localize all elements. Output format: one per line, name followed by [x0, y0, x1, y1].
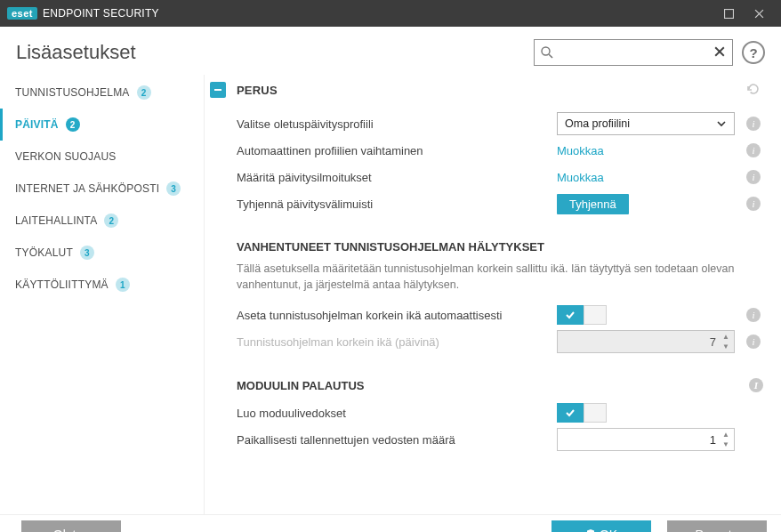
edit-notifications-link[interactable]: Muokkaa: [557, 171, 604, 184]
arrow-down-icon: ▼: [720, 342, 732, 351]
undo-icon: [745, 82, 760, 96]
footer: Oletus OK Peruuta: [0, 514, 781, 532]
subsection-label: MODUULIN PALAUTUS: [237, 379, 364, 392]
question-icon: ?: [749, 45, 757, 60]
sidebar-badge: 1: [116, 278, 130, 292]
sidebar-item-tools[interactable]: TYÖKALUT 3: [0, 237, 204, 269]
sidebar-badge: 2: [104, 214, 118, 228]
page-title: Lisäasetukset: [16, 41, 136, 64]
search-field[interactable]: [534, 39, 733, 66]
section-title: PERUS: [237, 84, 278, 97]
clear-cache-button[interactable]: Tyhjennä: [557, 194, 629, 214]
number-value: 1: [710, 433, 716, 447]
row-label: Tyhjennä päivitysvälimuisti: [237, 197, 557, 211]
arrow-up-icon: ▲: [720, 332, 732, 342]
search-clear-button[interactable]: [713, 45, 727, 60]
default-profile-select[interactable]: Oma profiilini: [557, 112, 735, 135]
row-label: Automaattinen profiilien vaihtaminen: [237, 144, 557, 157]
max-age-input: 7 ▲ ▼: [557, 330, 735, 353]
sidebar-badge: 3: [166, 181, 181, 196]
row-clear-cache: Tyhjennä päivitysvälimuisti Tyhjennä i: [237, 190, 763, 217]
edit-auto-switch-link[interactable]: Muokkaa: [557, 144, 604, 157]
row-update-notifications: Määritä päivitysilmoitukset Muokkaa i: [237, 164, 763, 190]
select-value: Oma profiilini: [565, 117, 630, 130]
ok-button[interactable]: OK: [552, 520, 651, 533]
ok-button-label: OK: [600, 528, 617, 533]
defaults-button[interactable]: Oletus: [21, 520, 121, 533]
sidebar-item-label: TUNNISTUSOHJELMA: [15, 86, 130, 99]
subsection-description: Tällä asetuksella määritetään tunnistuso…: [237, 261, 735, 293]
stepper[interactable]: ▲ ▼: [720, 430, 732, 449]
create-snapshots-toggle[interactable]: [557, 403, 607, 423]
local-snapshot-count-input[interactable]: 1 ▲ ▼: [557, 428, 735, 451]
sidebar-item-label: TYÖKALUT: [15, 246, 73, 259]
brand-badge: eset: [7, 7, 37, 20]
subsection-alerts-title: VANHENTUNEET TUNNISTUSOHJELMAN HÄLYTYKSE…: [237, 240, 763, 254]
row-label: Paikallisesti tallennettujen vedosten mä…: [237, 433, 557, 447]
reset-section-button[interactable]: [745, 82, 760, 99]
sidebar-item-label: KÄYTTÖLIITTYMÄ: [15, 278, 109, 291]
info-icon[interactable]: i: [749, 378, 763, 392]
search-icon: [540, 45, 554, 62]
close-icon: [754, 9, 764, 19]
sidebar-badge: 2: [66, 117, 80, 132]
sidebar-badge: 2: [137, 85, 151, 100]
row-auto-max-age: Aseta tunnistusohjelman korkein ikä auto…: [237, 302, 763, 328]
row-auto-profile-switch: Automaattinen profiilien vaihtaminen Muo…: [237, 137, 763, 164]
number-value: 7: [710, 335, 716, 349]
svg-line-4: [549, 54, 552, 58]
sidebar-item-device-control[interactable]: LAITEHALLINTA 2: [0, 205, 204, 237]
row-create-snapshots: Luo moduulivedokset: [237, 399, 763, 426]
help-button[interactable]: ?: [742, 41, 765, 64]
header: Lisäasetukset ?: [0, 27, 781, 75]
sidebar-item-label: LAITEHALLINTA: [15, 214, 97, 227]
arrow-up-icon[interactable]: ▲: [720, 430, 732, 439]
sidebar-item-update[interactable]: PÄIVITÄ 2: [0, 109, 204, 141]
info-icon[interactable]: i: [746, 335, 761, 349]
sidebar-item-label: PÄIVITÄ: [15, 118, 59, 131]
chevron-down-icon: [716, 118, 727, 132]
window-close-button[interactable]: [744, 0, 774, 27]
stepper: ▲ ▼: [720, 332, 732, 351]
sidebar-item-label: INTERNET JA SÄHKÖPOSTI: [15, 182, 159, 195]
sidebar-item-web-email[interactable]: INTERNET JA SÄHKÖPOSTI 3: [0, 173, 204, 205]
subsection-rollback-title: MODUULIN PALAUTUS i: [237, 378, 763, 392]
row-default-profile: Valitse oletuspäivitysprofiili Oma profi…: [237, 110, 763, 137]
collapse-toggle[interactable]: [210, 82, 226, 98]
minus-icon: [213, 85, 222, 94]
info-icon[interactable]: i: [746, 308, 761, 322]
brand: eset ENDPOINT SECURITY: [7, 7, 159, 20]
sidebar-item-ui[interactable]: KÄYTTÖLIITTYMÄ 1: [0, 269, 204, 301]
row-max-age-days: Tunnistusohjelman korkein ikä (päivinä) …: [237, 328, 763, 355]
sidebar: TUNNISTUSOHJELMA 2 PÄIVITÄ 2 VERKON SUOJ…: [0, 75, 205, 514]
sidebar-item-network-protection[interactable]: VERKON SUOJAUS: [0, 141, 204, 173]
row-local-snapshot-count: Paikallisesti tallennettujen vedosten mä…: [237, 426, 763, 453]
row-label: Valitse oletuspäivitysprofiili: [237, 117, 557, 131]
row-label: Aseta tunnistusohjelman korkein ikä auto…: [237, 309, 557, 322]
content-pane: PERUS Valitse oletuspäivitysprofiili Oma…: [205, 75, 781, 514]
arrow-down-icon[interactable]: ▼: [720, 439, 732, 449]
check-icon: [565, 310, 576, 320]
sidebar-badge: 3: [80, 246, 94, 260]
info-icon[interactable]: i: [746, 170, 761, 184]
check-icon: [565, 407, 576, 418]
sidebar-item-label: VERKON SUOJAUS: [15, 150, 117, 163]
square-icon: [724, 9, 734, 19]
info-icon[interactable]: i: [746, 197, 761, 211]
sidebar-item-detection-engine[interactable]: TUNNISTUSOHJELMA 2: [0, 77, 204, 109]
search-input[interactable]: [558, 46, 713, 60]
product-name: ENDPOINT SECURITY: [43, 7, 159, 20]
svg-rect-0: [724, 9, 733, 18]
row-label: Määritä päivitysilmoitukset: [237, 171, 557, 184]
svg-point-3: [542, 47, 550, 55]
auto-max-age-toggle[interactable]: [557, 305, 607, 325]
info-icon[interactable]: i: [746, 143, 761, 157]
subsection-label: VANHENTUNEET TUNNISTUSOHJELMAN HÄLYTYKSE…: [237, 240, 544, 254]
row-label: Luo moduulivedokset: [237, 407, 557, 420]
row-label: Tunnistusohjelman korkein ikä (päivinä): [237, 335, 557, 349]
window-maximize-button[interactable]: [713, 0, 744, 27]
shield-icon: [585, 528, 596, 533]
info-icon[interactable]: i: [746, 117, 761, 131]
cancel-button[interactable]: Peruuta: [667, 520, 767, 533]
x-icon: [714, 46, 725, 57]
